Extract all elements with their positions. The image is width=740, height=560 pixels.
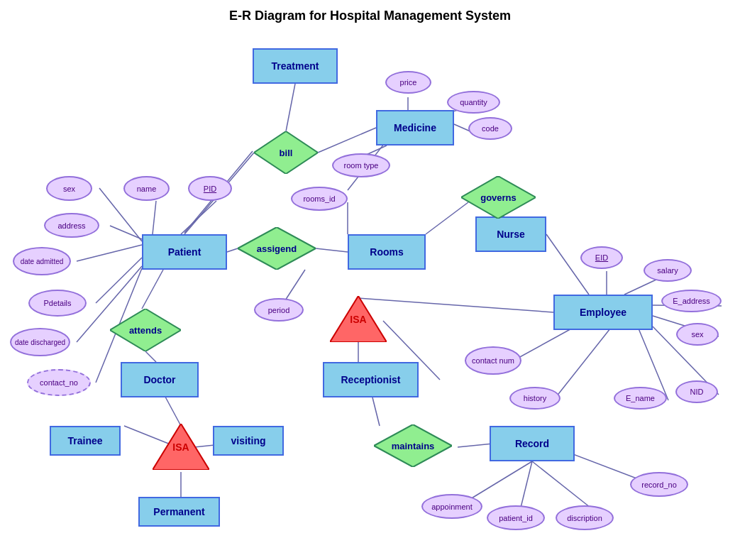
attr-e-name: E_name bbox=[614, 387, 667, 410]
entity-permanent: Permanent bbox=[138, 497, 220, 527]
svg-line-41 bbox=[458, 444, 493, 447]
attr-price: price bbox=[385, 71, 431, 94]
diamond-governs: governs bbox=[461, 176, 536, 219]
isa-employee: ISA bbox=[330, 296, 387, 342]
entity-receptionist: Receptionist bbox=[323, 362, 419, 397]
diamond-attends-label: attends bbox=[110, 325, 181, 336]
attr-eid: EID bbox=[580, 246, 623, 269]
attr-e-address: E_address bbox=[661, 290, 722, 312]
attr-name: name bbox=[123, 176, 170, 201]
diamond-maintains-label: maintains bbox=[374, 441, 452, 451]
svg-line-16 bbox=[110, 226, 142, 239]
entity-patient: Patient bbox=[142, 234, 227, 270]
entity-nurse: Nurse bbox=[475, 216, 546, 252]
svg-line-29 bbox=[358, 298, 553, 312]
attr-salary: salary bbox=[644, 259, 692, 282]
svg-line-21 bbox=[142, 270, 163, 309]
isa-doctor-label: ISA bbox=[172, 441, 189, 453]
attr-patient-id: patient_id bbox=[487, 505, 545, 530]
attr-appoinment: appoinment bbox=[421, 494, 482, 519]
svg-line-0 bbox=[286, 84, 295, 131]
attr-room-type: room type bbox=[332, 153, 390, 177]
svg-line-1 bbox=[318, 128, 376, 153]
entity-visiting: visiting bbox=[213, 426, 284, 456]
attr-sex: sex bbox=[46, 176, 92, 201]
diamond-attends: attends bbox=[110, 309, 181, 351]
svg-line-9 bbox=[316, 248, 348, 252]
attr-record-no: record_no bbox=[630, 472, 688, 497]
attr-discription: discription bbox=[556, 505, 614, 530]
attr-nid: NID bbox=[675, 380, 718, 403]
entity-medicine: Medicine bbox=[376, 110, 454, 146]
diagram-title: E-R Diagram for Hospital Management Syst… bbox=[0, 9, 740, 23]
attr-code: code bbox=[468, 117, 512, 140]
svg-line-39 bbox=[546, 234, 589, 295]
svg-line-37 bbox=[553, 329, 610, 400]
svg-line-15 bbox=[181, 201, 216, 234]
attr-pdetails: Pdetails bbox=[28, 290, 87, 317]
diamond-bill-label: bill bbox=[254, 148, 318, 158]
attr-history: history bbox=[509, 387, 560, 410]
isa-employee-label: ISA bbox=[350, 314, 366, 325]
attr-quantity: quantity bbox=[447, 91, 500, 114]
svg-line-17 bbox=[77, 245, 142, 261]
svg-line-44 bbox=[532, 461, 590, 507]
entity-treatment: Treatment bbox=[253, 48, 338, 84]
attr-sex2: sex bbox=[676, 323, 719, 346]
attr-rooms-id: rooms_id bbox=[291, 187, 348, 211]
entity-record: Record bbox=[490, 426, 575, 461]
diamond-assigend: assigend bbox=[238, 227, 316, 270]
diamond-maintains: maintains bbox=[374, 424, 452, 467]
attr-pid: PID bbox=[188, 176, 232, 201]
svg-line-22 bbox=[145, 351, 156, 362]
entity-doctor: Doctor bbox=[121, 362, 199, 397]
entity-trainee: Trainee bbox=[50, 426, 121, 456]
svg-line-43 bbox=[521, 461, 532, 507]
attr-date-discharged: date discharged bbox=[10, 328, 70, 356]
diamond-governs-label: governs bbox=[461, 192, 536, 203]
svg-line-18 bbox=[96, 258, 142, 303]
svg-line-14 bbox=[153, 201, 156, 234]
attr-date-admitted: date admitted bbox=[13, 247, 71, 275]
er-diagram: E-R Diagram for Hospital Management Syst… bbox=[0, 0, 740, 560]
attr-address: address bbox=[44, 213, 99, 238]
entity-employee: Employee bbox=[553, 295, 653, 330]
attr-period: period bbox=[254, 298, 304, 322]
entity-rooms: Rooms bbox=[348, 234, 426, 270]
diamond-assigend-label: assigend bbox=[238, 243, 316, 254]
svg-line-40 bbox=[372, 397, 380, 426]
attr-contact-no: contact_no bbox=[27, 369, 91, 396]
attr-contact-num: contact num bbox=[465, 346, 521, 375]
isa-doctor: ISA bbox=[153, 424, 209, 470]
svg-line-10 bbox=[227, 248, 238, 252]
diamond-bill: bill bbox=[254, 131, 318, 174]
